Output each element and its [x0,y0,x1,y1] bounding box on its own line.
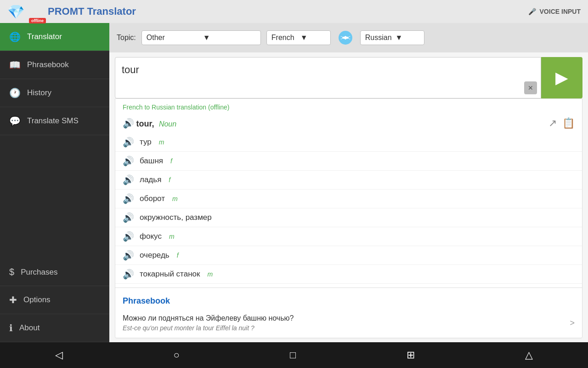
header-sound-icon[interactable]: 🔊 [123,118,134,128]
phrase-content-0: Можно ли подняться на Эйфелеву башню ноч… [123,314,294,332]
play-icon: ▶ [555,68,568,87]
translation-word-row: 🔊 tour, Noun [123,118,176,129]
sound-icon-3[interactable]: 🔊 [123,193,134,204]
translation-text-7: токарный станок [140,270,200,279]
sidebar-item-phrasebook-label: Phrasebook [27,60,69,69]
phrasebook-title: Phrasebook [123,296,170,305]
voice-input-label: VOICE INPUT [540,8,581,15]
translation-word: tour, [136,119,154,128]
sidebar-bottom: $ Purchases ✚ Options ℹ About [0,259,109,342]
to-language-dropdown[interactable]: Russian ▼ [360,30,424,45]
main-area: 🌐 Translator 📖 Phrasebook 🕐 History 💬 Tr… [0,23,588,342]
translation-item-1: 🔊 башня f [115,152,582,171]
bottom-navigation: ◁ ○ □ ⊞ △ [0,342,588,368]
screenshot-button[interactable]: ⊞ [397,345,424,365]
gender-tag-1: f [170,157,172,165]
phrase-item-1[interactable]: У вас можно заказать экскурсию в…? Puis-… [115,338,582,339]
results-panel: French to Russian translation (offline) … [115,98,582,339]
sidebar-item-options-label: Options [23,295,51,305]
from-language-value: French [271,34,297,42]
history-icon: 🕐 [9,87,21,98]
sound-icon-4[interactable]: 🔊 [123,212,134,223]
sidebar-item-purchases[interactable]: $ Purchases [0,259,109,286]
sidebar-item-history-label: History [27,88,51,98]
gender-tag-6: f [177,252,179,259]
content-area: Topic: Other ▼ French ▼ Russian ▼ [109,23,588,342]
sound-icon-6[interactable]: 🔊 [123,250,134,261]
topic-dropdown[interactable]: Other ▼ [141,30,261,45]
options-icon: ✚ [9,294,17,305]
header-actions: ↗ 📋 [548,117,575,129]
input-box[interactable]: tour ✕ [115,57,541,98]
translation-item-7: 🔊 токарный станок m [115,265,582,284]
translation-item-0: 🔊 тур m [115,133,582,152]
gender-tag-3: m [172,195,178,202]
sound-icon-5[interactable]: 🔊 [123,231,134,242]
copy-icon[interactable]: 📋 [562,117,575,129]
translation-item-3: 🔊 оборот m [115,190,582,208]
home-button[interactable]: ○ [164,345,188,365]
clear-button[interactable]: ✕ [524,81,537,94]
translation-text-6: очередь [140,251,170,260]
gender-tag-2: f [169,176,170,184]
phrase-arrow-0: > [570,318,575,328]
sidebar-item-purchases-label: Purchases [21,268,57,277]
translation-text-4: окружность, размер [140,213,212,222]
sidebar-item-about-label: About [19,323,40,333]
to-lang-dropdown-arrow: ▼ [396,34,419,42]
translator-icon: 🌐 [9,31,21,42]
offline-badge: offline [29,18,46,23]
translation-header: 🔊 tour, Noun ↗ 📋 [115,114,582,133]
recents-button[interactable]: □ [281,345,305,365]
gender-tag-5: m [169,233,175,240]
translate-button[interactable]: ▶ [541,57,582,98]
phrase-main-0: Можно ли подняться на Эйфелеву башню ноч… [123,314,294,322]
swap-icon [338,30,353,45]
swap-languages-button[interactable] [336,29,355,46]
up-button[interactable]: △ [516,345,542,365]
phrase-item-0[interactable]: Можно ли подняться на Эйфелеву башню ноч… [115,309,582,338]
input-text: tour [122,64,139,75]
app-logo: 💎 [7,4,24,20]
from-lang-dropdown-arrow: ▼ [300,34,326,42]
sound-icon-7[interactable]: 🔊 [123,269,134,280]
section-divider [115,288,582,288]
voice-input-button[interactable]: 🎤 VOICE INPUT [528,8,581,15]
sidebar-item-options[interactable]: ✚ Options [0,286,109,314]
sound-icon-1[interactable]: 🔊 [123,155,134,167]
back-button[interactable]: ◁ [46,345,72,365]
title-bar: 💎 offline PROMT Translator 🎤 VOICE INPUT [0,0,588,23]
mic-icon: 🎤 [528,8,536,15]
gender-tag-7: m [207,270,213,278]
share-icon[interactable]: ↗ [548,117,557,129]
sound-icon-0[interactable]: 🔊 [123,137,134,148]
translation-item-6: 🔊 очередь f [115,246,582,265]
translation-text-5: фокус [140,232,162,241]
translation-text-0: тур [140,138,152,147]
translation-pos: Noun [159,120,176,128]
translation-source-label: French to Russian translation (offline) [115,99,582,114]
to-language-value: Russian [365,34,392,42]
translation-text-3: оборот [140,194,165,203]
sidebar: 🌐 Translator 📖 Phrasebook 🕐 History 💬 Tr… [0,23,109,342]
sidebar-item-phrasebook[interactable]: 📖 Phrasebook [0,51,109,79]
topic-bar: Topic: Other ▼ French ▼ Russian ▼ [109,23,588,52]
input-area: tour ✕ ▶ [115,57,582,98]
sound-icon-2[interactable]: 🔊 [123,174,134,185]
purchases-icon: $ [9,267,14,277]
sms-icon: 💬 [9,115,21,126]
sidebar-item-translator-label: Translator [27,32,62,41]
topic-dropdown-arrow: ▼ [203,34,256,42]
sidebar-item-translator[interactable]: 🌐 Translator [0,23,109,51]
from-language-dropdown[interactable]: French ▼ [266,30,331,45]
about-icon: ℹ [9,322,13,334]
title-left: 💎 offline PROMT Translator [7,4,136,20]
topic-value: Other [147,34,199,42]
sidebar-item-history[interactable]: 🕐 History [0,79,109,107]
sidebar-item-about[interactable]: ℹ About [0,314,109,342]
gender-tag-0: m [159,138,164,146]
phrase-sub-0: Est-ce qu'on peut monter la tour Eiffel … [123,324,294,332]
phrasebook-section: Phrasebook [115,292,582,309]
translation-text-1: башня [140,156,163,166]
sidebar-item-translate-sms[interactable]: 💬 Translate SMS [0,107,109,135]
